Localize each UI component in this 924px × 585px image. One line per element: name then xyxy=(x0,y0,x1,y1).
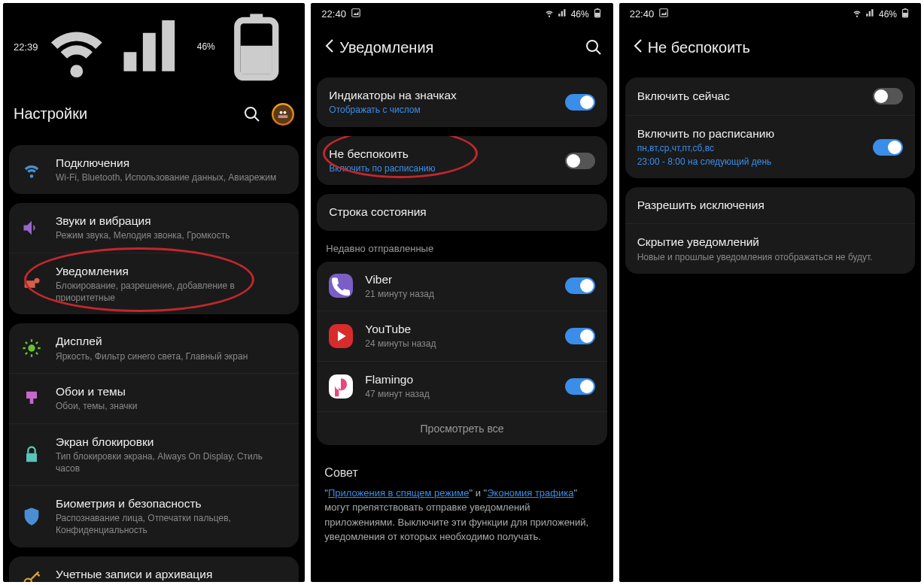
toggle-dnd[interactable] xyxy=(565,153,595,169)
svg-point-7 xyxy=(284,111,287,114)
app-name: YouTube xyxy=(365,322,557,337)
wifi-icon xyxy=(21,159,42,180)
search-icon[interactable] xyxy=(243,105,261,123)
row-subtitle: Яркость, Фильтр синего света, Главный эк… xyxy=(56,351,287,363)
svg-point-3 xyxy=(245,108,256,118)
toggle-app[interactable] xyxy=(565,328,595,344)
battery-text: 46% xyxy=(197,41,215,52)
wifi-icon xyxy=(544,8,555,20)
svg-line-17 xyxy=(36,342,38,344)
search-icon[interactable] xyxy=(585,38,603,56)
svg-rect-2 xyxy=(250,14,263,20)
row-title: Строка состояния xyxy=(329,205,594,220)
svg-line-28 xyxy=(596,50,600,54)
battery-icon xyxy=(218,8,295,86)
app-time: 47 минут назад xyxy=(365,389,557,401)
back-icon[interactable] xyxy=(321,37,339,58)
row-title: Подключения xyxy=(56,156,287,171)
avatar[interactable] xyxy=(272,103,294,126)
row-title: Учетные записи и архивация xyxy=(56,567,287,582)
row-title: Звуки и вибрация xyxy=(56,214,287,229)
row-subtitle: Режим звука, Мелодия звонка, Громкость xyxy=(56,230,287,242)
signal-icon xyxy=(117,8,194,86)
signal-icon xyxy=(558,8,568,20)
row-wallpaper[interactable]: Обои и темыОбои, темы, значки xyxy=(9,374,299,424)
row-title: Индикаторы на значках xyxy=(329,88,557,103)
phone-notifications: 22:40 46% Уведомления Индикаторы на знач… xyxy=(311,3,612,582)
back-icon[interactable] xyxy=(630,37,648,58)
row-title: Обои и темы xyxy=(56,384,287,399)
svg-rect-32 xyxy=(904,8,906,9)
tip-body: "Приложения в спящем режиме" и "Экономия… xyxy=(324,486,599,544)
row-exceptions[interactable]: Разрешить исключения xyxy=(625,187,915,224)
app-row-youtube[interactable]: YouTube24 минуты назад xyxy=(317,311,606,362)
svg-line-15 xyxy=(36,353,38,354)
tip-box: Совет "Приложения в спящем режиме" и "Эк… xyxy=(311,454,612,556)
svg-rect-25 xyxy=(595,13,600,17)
toggle-schedule[interactable] xyxy=(873,139,903,156)
row-subtitle: Включить по расписанию xyxy=(329,163,557,175)
svg-point-5 xyxy=(274,105,293,123)
row-accounts[interactable]: Учетные записи и архивацияSamsung Cloud,… xyxy=(9,556,299,583)
row-connections[interactable]: ПодключенияWi-Fi, Bluetooth, Использован… xyxy=(9,145,299,195)
tip-link-sleeping[interactable]: Приложения в спящем режиме xyxy=(328,487,470,499)
svg-rect-31 xyxy=(903,13,907,17)
tip-title: Совет xyxy=(324,466,599,480)
row-display[interactable]: ДисплейЯркость, Фильтр синего света, Гла… xyxy=(9,323,299,374)
toggle-badges[interactable] xyxy=(565,94,595,111)
svg-rect-18 xyxy=(26,453,37,462)
tip-link-datasaver[interactable]: Экономия трафика xyxy=(487,487,573,499)
svg-line-20 xyxy=(31,572,39,580)
svg-line-14 xyxy=(26,342,27,344)
flamingo-icon xyxy=(329,374,353,399)
row-sounds[interactable]: Звуки и вибрацияРежим звука, Мелодия зво… xyxy=(9,203,299,253)
wifi-icon xyxy=(38,8,115,86)
header: Настройки xyxy=(3,89,305,145)
row-title: Дисплей xyxy=(56,334,287,349)
svg-line-21 xyxy=(37,574,40,577)
svg-point-8 xyxy=(35,278,40,283)
svg-rect-26 xyxy=(596,8,597,9)
battery-text: 46% xyxy=(571,9,589,20)
row-title: Включить по расписанию xyxy=(637,126,865,141)
toggle-enable-now[interactable] xyxy=(873,88,903,105)
row-dnd[interactable]: Не беспокоитьВключить по расписанию xyxy=(317,136,606,186)
row-title: Включить сейчас xyxy=(637,89,865,104)
toggle-app[interactable] xyxy=(565,277,595,294)
youtube-icon xyxy=(329,324,353,348)
toggle-app[interactable] xyxy=(565,378,595,395)
clock: 22:40 xyxy=(630,8,655,20)
app-row-flamingo[interactable]: Flamingo47 минут назад xyxy=(317,362,606,412)
row-hide[interactable]: Скрытие уведомленийНовые и прошлые уведо… xyxy=(625,224,915,274)
lock-icon xyxy=(21,444,42,465)
row-title: Разрешить исключения xyxy=(637,198,903,213)
row-lockscreen[interactable]: Экран блокировкиТип блокировки экрана, A… xyxy=(9,424,299,486)
status-bar: 22:40 46% xyxy=(619,3,921,23)
svg-point-9 xyxy=(28,345,35,352)
notification-icon xyxy=(21,274,42,295)
battery-icon xyxy=(900,8,910,20)
page-title: Уведомления xyxy=(339,39,584,56)
row-badges[interactable]: Индикаторы на значкахОтображать с числом xyxy=(317,77,606,127)
row-notifications[interactable]: УведомленияБлокирование, разрешение, доб… xyxy=(9,253,299,314)
row-title: Экран блокировки xyxy=(56,435,287,450)
battery-icon xyxy=(592,8,603,20)
see-all-link[interactable]: Просмотреть все xyxy=(317,412,606,445)
row-biometrics[interactable]: Биометрия и безопасностьРаспознавание ли… xyxy=(9,486,299,547)
viber-icon xyxy=(329,274,353,298)
row-subtitle: Отображать с числом xyxy=(329,105,557,117)
svg-point-27 xyxy=(587,41,597,51)
row-statusbar[interactable]: Строка состояния xyxy=(317,194,606,230)
row-enable-now[interactable]: Включить сейчас xyxy=(625,77,915,116)
svg-rect-1 xyxy=(240,46,272,74)
svg-line-16 xyxy=(26,353,27,354)
app-row-viber[interactable]: Viber21 минуту назад xyxy=(317,262,606,312)
svg-point-6 xyxy=(280,111,283,114)
tip-text-mid: " и " xyxy=(470,487,488,499)
app-time: 24 минуты назад xyxy=(365,338,557,350)
row-schedule[interactable]: Включить по расписанию пн,вт,ср,чт,пт,сб… xyxy=(625,116,915,178)
svg-rect-29 xyxy=(660,9,668,17)
row-subtitle: Новые и прошлые уведомления отображаться… xyxy=(637,252,903,264)
status-bar: 22:40 46% xyxy=(311,3,612,23)
app-time: 21 минуту назад xyxy=(365,289,557,301)
